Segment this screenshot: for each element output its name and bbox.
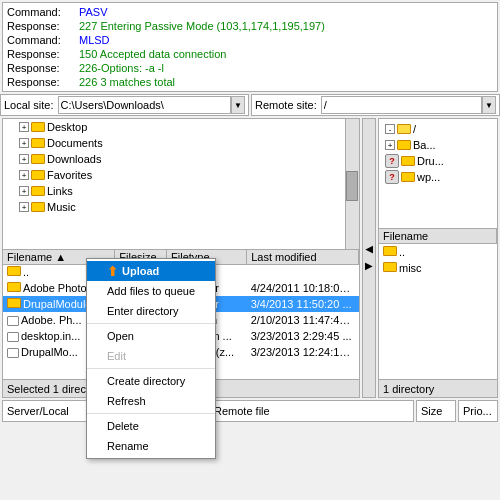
bottom-size-label: Size (421, 405, 442, 417)
question-icon-wp: ? (385, 170, 399, 184)
local-site-label: Local site: (4, 99, 54, 111)
log-value-6: 226 3 matches total (79, 75, 175, 89)
folder-icon-music (31, 202, 45, 212)
folder-icon-remote-row (383, 246, 397, 256)
log-label-4: Response: (7, 47, 75, 61)
ctx-delete[interactable]: Delete (87, 416, 215, 436)
local-tree[interactable]: + Desktop + Documents + Downloads + (3, 119, 359, 250)
remote-site-dropdown[interactable]: ▼ (482, 96, 496, 114)
folder-icon-root (397, 124, 411, 134)
tree-item-downloads[interactable]: + Downloads (3, 151, 359, 167)
folder-icon-downloads (31, 154, 45, 164)
local-site-input[interactable] (58, 96, 231, 114)
bottom-remote-file: Remote file (209, 400, 414, 422)
table-row[interactable]: misc (379, 260, 497, 276)
tree-item-music[interactable]: + Music (3, 199, 359, 215)
ctx-rename-label: Rename (107, 440, 149, 452)
folder-icon-row (7, 298, 21, 308)
ctx-add-to-queue[interactable]: Add files to queue (87, 281, 215, 301)
remote-file-table-header: Filename (379, 229, 497, 244)
ctx-open-label: Open (107, 330, 134, 342)
expand-icon-links[interactable]: + (19, 186, 29, 196)
tree-item-dru[interactable]: ? Dru... (381, 153, 495, 169)
log-label-3: Command: (7, 33, 75, 47)
remote-file-list[interactable]: Filename .. misc (379, 229, 497, 379)
ctx-refresh-label: Refresh (107, 395, 146, 407)
tree-item-favorites[interactable]: + Favorites (3, 167, 359, 183)
tree-scrollbar-thumb[interactable] (346, 171, 358, 201)
ctx-delete-label: Delete (107, 420, 139, 432)
bottom-size: Size (416, 400, 456, 422)
expand-icon-desktop[interactable]: + (19, 122, 29, 132)
ctx-separator-1 (87, 323, 215, 324)
file-modified (247, 264, 359, 280)
bottom-server-local-label: Server/Local (7, 405, 69, 417)
ctx-separator-2 (87, 368, 215, 369)
ctx-edit: Edit (87, 346, 215, 366)
expand-icon-music[interactable]: + (19, 202, 29, 212)
ctx-separator-3 (87, 413, 215, 414)
col-modified[interactable]: Last modified (247, 250, 359, 265)
tree-label-downloads: Downloads (47, 153, 101, 165)
folder-icon-row (7, 266, 21, 276)
expand-icon-documents[interactable]: + (19, 138, 29, 148)
file-modified: 3/23/2013 2:29:45 ... (247, 328, 359, 344)
tree-item-ba[interactable]: + Ba... (381, 137, 495, 153)
remote-file-table: Filename .. misc (379, 229, 497, 276)
ctx-refresh[interactable]: Refresh (87, 391, 215, 411)
upload-icon: ⬆ (107, 264, 118, 279)
tree-label-wp: wp... (417, 171, 440, 183)
log-line-6: Response: 226 3 matches total (7, 75, 493, 89)
table-row[interactable]: .. (379, 244, 497, 260)
arrow-left-icon[interactable]: ▶ (365, 260, 373, 271)
queue-arrows[interactable]: ▶ ▶ (362, 118, 376, 398)
tree-item-root[interactable]: - / (381, 121, 495, 137)
ctx-upload[interactable]: ⬆ Upload (87, 261, 215, 281)
local-site-bar: Local site: ▼ (0, 94, 249, 116)
log-line-7: Status: Directory listing successful (7, 89, 493, 92)
tree-scrollbar[interactable] (345, 119, 359, 249)
remote-col-filename[interactable]: Filename (379, 229, 497, 244)
folder-icon-favorites (31, 170, 45, 180)
tree-item-wp[interactable]: ? wp... (381, 169, 495, 185)
expand-icon-favorites[interactable]: + (19, 170, 29, 180)
tree-item-links[interactable]: + Links (3, 183, 359, 199)
log-value-4: 150 Accepted data connection (79, 47, 226, 61)
remote-file-name: misc (379, 260, 497, 276)
expand-icon-downloads[interactable]: + (19, 154, 29, 164)
tree-label-dru: Dru... (417, 155, 444, 167)
log-label-2: Response: (7, 19, 75, 33)
remote-site-input[interactable] (321, 96, 482, 114)
folder-icon-links (31, 186, 45, 196)
bottom-status-bar: Server/Local Remote file Size Prio... (2, 400, 498, 422)
question-icon-dru: ? (385, 154, 399, 168)
folder-icon-documents (31, 138, 45, 148)
ctx-open[interactable]: Open (87, 326, 215, 346)
folder-icon-row (7, 282, 21, 292)
expand-icon-root[interactable]: - (385, 124, 395, 134)
tree-label-links: Links (47, 185, 73, 197)
remote-status-text: 1 directory (383, 383, 434, 395)
context-menu: ⬆ Upload Add files to queue Enter direct… (86, 258, 216, 459)
remote-tree[interactable]: - / + Ba... ? Dru... ? wp... (379, 119, 497, 229)
expand-icon-ba[interactable]: + (385, 140, 395, 150)
tree-label-ba: Ba... (413, 139, 436, 151)
file-modified: 2/10/2013 11:47:42... (247, 312, 359, 328)
ctx-rename[interactable]: Rename (87, 436, 215, 456)
tree-label-favorites: Favorites (47, 169, 92, 181)
log-line-3: Command: MLSD (7, 33, 493, 47)
file-modified: 3/4/2013 11:50:20 ... (247, 296, 359, 312)
ctx-add-to-queue-label: Add files to queue (107, 285, 195, 297)
tree-label-root: / (413, 123, 416, 135)
tree-item-desktop[interactable]: + Desktop (3, 119, 359, 135)
ctx-create-directory[interactable]: Create directory (87, 371, 215, 391)
arrow-right-icon[interactable]: ▶ (365, 245, 373, 256)
log-line-5: Response: 226-Options: -a -l (7, 61, 493, 75)
tree-item-documents[interactable]: + Documents (3, 135, 359, 151)
bottom-priority-label: Prio... (463, 405, 492, 417)
right-panel: - / + Ba... ? Dru... ? wp... (378, 118, 498, 398)
local-site-dropdown[interactable]: ▼ (231, 96, 245, 114)
ctx-enter-directory[interactable]: Enter directory (87, 301, 215, 321)
log-label-1: Command: (7, 5, 75, 19)
log-label-5: Response: (7, 61, 75, 75)
